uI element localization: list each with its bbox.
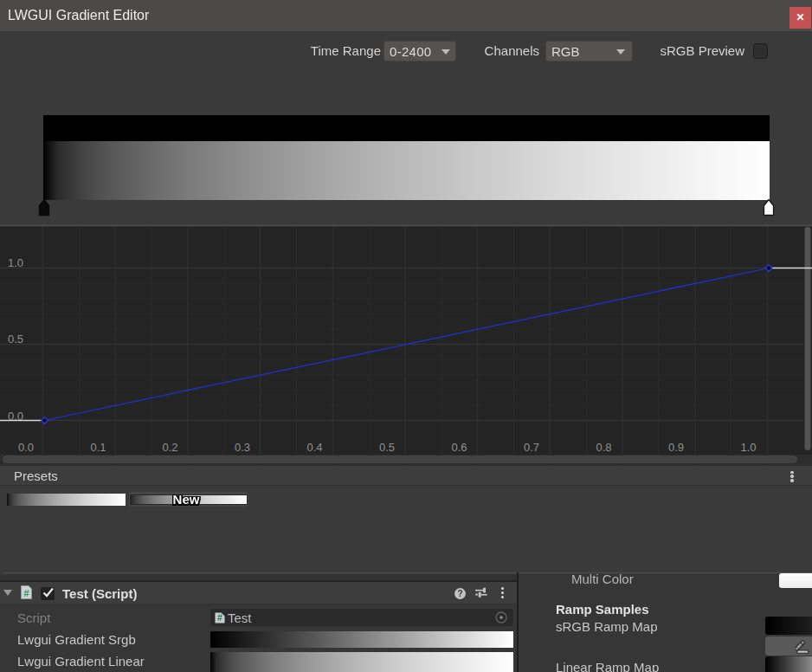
svg-text:0.2: 0.2 <box>162 441 177 454</box>
svg-text:0.5: 0.5 <box>379 441 395 454</box>
svg-text:#: # <box>217 612 222 623</box>
svg-text:0.9: 0.9 <box>668 441 684 454</box>
svg-text:0.3: 0.3 <box>235 441 250 454</box>
svg-text:0.1: 0.1 <box>90 441 106 454</box>
svg-text:0.7: 0.7 <box>524 441 539 454</box>
svg-text:#: # <box>23 588 29 598</box>
svg-text:0.5: 0.5 <box>8 333 23 346</box>
svg-text:1.0: 1.0 <box>740 441 756 454</box>
svg-text:1.0: 1.0 <box>8 256 23 269</box>
svg-text:0.8: 0.8 <box>596 441 611 454</box>
svg-text:0.6: 0.6 <box>451 441 467 454</box>
svg-text:0.0: 0.0 <box>18 441 34 454</box>
svg-text:0.4: 0.4 <box>306 441 322 454</box>
